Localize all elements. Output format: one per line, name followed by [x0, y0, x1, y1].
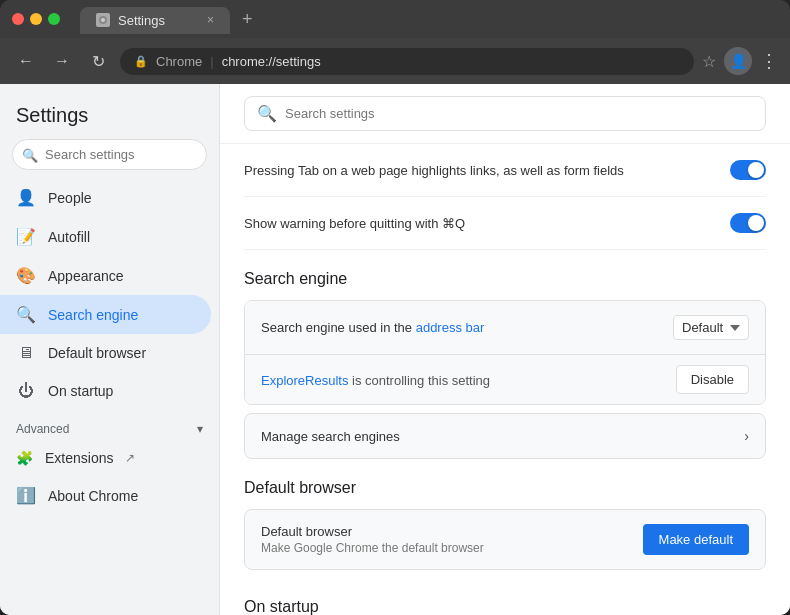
default-browser-info: Default browser Make Google Chrome the d…: [261, 524, 484, 555]
appearance-icon: 🎨: [16, 266, 36, 285]
sidebar-item-people-label: People: [48, 190, 92, 206]
main-panel: 🔍 Pressing Tab on a web page highlights …: [220, 84, 790, 615]
manage-search-engines-label: Manage search engines: [261, 429, 400, 444]
search-engine-setting-row: Search engine used in the address bar De…: [245, 301, 765, 355]
profile-icon: 👤: [730, 53, 747, 69]
addressbar: ← → ↻ 🔒 Chrome | chrome://settings ☆ 👤 ⋮: [0, 38, 790, 84]
reload-button[interactable]: ↻: [84, 47, 112, 75]
advanced-chevron: ▾: [197, 422, 203, 436]
sidebar: Settings 🔍 👤 People 📝 Autofill 🎨 Appeara…: [0, 84, 220, 615]
search-engine-select[interactable]: Default: [673, 315, 749, 340]
menu-button[interactable]: ⋮: [760, 50, 778, 72]
sidebar-item-about[interactable]: ℹ️ About Chrome: [0, 476, 211, 515]
main-search-area: 🔍: [220, 84, 790, 144]
on-startup-section-header: On startup: [244, 578, 766, 615]
tab-close-button[interactable]: ×: [207, 13, 214, 27]
sidebar-search-input[interactable]: [12, 139, 207, 170]
maximize-window-button[interactable]: [48, 13, 60, 25]
search-engine-label: Search engine used in the address bar: [261, 320, 484, 335]
svg-point-1: [101, 18, 105, 22]
main-content: Settings 🔍 👤 People 📝 Autofill 🎨 Appeara…: [0, 84, 790, 615]
url-text: chrome://settings: [222, 54, 321, 69]
quit-warning-toggle-row: Show warning before quitting with ⌘Q: [244, 197, 766, 250]
site-name: Chrome: [156, 54, 202, 69]
default-browser-icon: 🖥: [16, 344, 36, 362]
sidebar-item-autofill-label: Autofill: [48, 229, 90, 245]
tab-highlights-toggle-row: Pressing Tab on a web page highlights li…: [244, 144, 766, 197]
external-link-icon: ↗: [125, 451, 135, 465]
search-engine-section-header: Search engine: [244, 250, 766, 300]
explore-results-link[interactable]: ExploreResults: [261, 373, 348, 388]
advanced-section[interactable]: Advanced ▾: [16, 422, 219, 436]
default-browser-card-subtitle: Make Google Chrome the default browser: [261, 541, 484, 555]
sidebar-item-on-startup-label: On startup: [48, 383, 113, 399]
extension-control-suffix: is controlling this setting: [348, 373, 490, 388]
quit-warning-toggle[interactable]: [730, 213, 766, 233]
tab-highlights-toggle[interactable]: [730, 160, 766, 180]
forward-button[interactable]: →: [48, 47, 76, 75]
sidebar-item-extensions[interactable]: 🧩 Extensions ↗: [0, 440, 219, 476]
about-icon: ℹ️: [16, 486, 36, 505]
address-separator: |: [210, 54, 213, 69]
about-label: About Chrome: [48, 488, 138, 504]
main-search-icon: 🔍: [257, 104, 277, 123]
settings-tab[interactable]: Settings ×: [80, 7, 230, 34]
sidebar-item-appearance[interactable]: 🎨 Appearance: [0, 256, 211, 295]
extension-control-text: ExploreResults is controlling this setti…: [261, 371, 490, 389]
main-search-input[interactable]: [285, 106, 753, 121]
traffic-lights: [12, 13, 60, 25]
manage-arrow-icon: ›: [744, 428, 749, 444]
minimize-window-button[interactable]: [30, 13, 42, 25]
address-bar[interactable]: 🔒 Chrome | chrome://settings: [120, 48, 694, 75]
quit-warning-label: Show warning before quitting with ⌘Q: [244, 216, 730, 231]
tab-highlights-label: Pressing Tab on a web page highlights li…: [244, 163, 730, 178]
address-bar-link[interactable]: address bar: [416, 320, 485, 335]
extensions-label: Extensions: [45, 450, 113, 466]
titlebar: Settings × +: [0, 0, 790, 38]
sidebar-search-icon: 🔍: [22, 147, 38, 162]
extensions-icon: 🧩: [16, 450, 33, 466]
sidebar-item-default-browser-label: Default browser: [48, 345, 146, 361]
settings-tab-label: Settings: [118, 13, 199, 28]
advanced-label: Advanced: [16, 422, 69, 436]
on-startup-icon: ⏻: [16, 382, 36, 400]
sidebar-item-default-browser[interactable]: 🖥 Default browser: [0, 334, 211, 372]
main-search-inner: 🔍: [244, 96, 766, 131]
search-engine-icon: 🔍: [16, 305, 36, 324]
profile-button[interactable]: 👤: [724, 47, 752, 75]
disable-button[interactable]: Disable: [676, 365, 749, 394]
sidebar-item-appearance-label: Appearance: [48, 268, 124, 284]
extension-control-row: ExploreResults is controlling this setti…: [245, 355, 765, 404]
browser-window: Settings × + ← → ↻ 🔒 Chrome | chrome://s…: [0, 0, 790, 615]
sidebar-search-box: 🔍: [12, 139, 207, 170]
default-browser-card-title: Default browser: [261, 524, 484, 539]
default-browser-section-header: Default browser: [244, 459, 766, 509]
tab-bar: Settings × +: [80, 5, 778, 34]
autofill-icon: 📝: [16, 227, 36, 246]
settings-tab-icon: [96, 13, 110, 27]
lock-icon: 🔒: [134, 55, 148, 68]
default-browser-card: Default browser Make Google Chrome the d…: [244, 509, 766, 570]
settings-title: Settings: [0, 84, 219, 139]
people-icon: 👤: [16, 188, 36, 207]
sidebar-item-people[interactable]: 👤 People: [0, 178, 211, 217]
close-window-button[interactable]: [12, 13, 24, 25]
back-button[interactable]: ←: [12, 47, 40, 75]
sidebar-item-search-engine-label: Search engine: [48, 307, 138, 323]
search-engine-group: Search engine used in the address bar De…: [244, 300, 766, 405]
bookmark-button[interactable]: ☆: [702, 52, 716, 71]
make-default-button[interactable]: Make default: [643, 524, 749, 555]
sidebar-item-autofill[interactable]: 📝 Autofill: [0, 217, 211, 256]
sidebar-item-search-engine[interactable]: 🔍 Search engine: [0, 295, 211, 334]
new-tab-button[interactable]: +: [238, 5, 257, 34]
sidebar-item-on-startup[interactable]: ⏻ On startup: [0, 372, 211, 410]
settings-content: Pressing Tab on a web page highlights li…: [220, 144, 790, 615]
manage-search-engines-row[interactable]: Manage search engines ›: [244, 413, 766, 459]
